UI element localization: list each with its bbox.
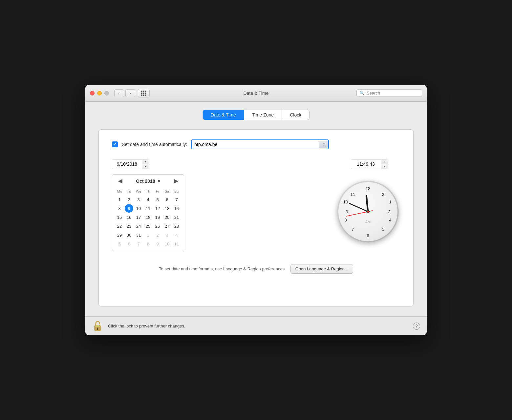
table-row[interactable]: 24: [134, 222, 143, 230]
table-row[interactable]: 8: [115, 204, 124, 213]
table-row[interactable]: 10: [134, 204, 143, 213]
table-row[interactable]: 27: [163, 222, 171, 230]
main-content: 9/10/2018 ▲ ▼ ◀ Oct 2018: [112, 159, 400, 251]
table-row[interactable]: 20: [163, 213, 171, 221]
table-row[interactable]: 25: [144, 222, 152, 230]
grid-view-button[interactable]: [138, 89, 150, 97]
table-row[interactable]: 19: [153, 213, 162, 221]
date-stepper[interactable]: 9/10/2018 ▲ ▼: [112, 159, 149, 169]
table-row[interactable]: 6: [163, 195, 171, 204]
calendar: ◀ Oct 2018 ▶ Mo Tu We: [112, 174, 184, 251]
calendar-grid: Mo Tu We Th Fr Sa Su 1 2: [112, 187, 184, 251]
time-stepper[interactable]: 11:49:43 ▲ ▼: [351, 159, 388, 169]
svg-text:3: 3: [388, 209, 390, 214]
grid-icon: [141, 91, 146, 96]
forward-button[interactable]: ›: [125, 89, 135, 97]
table-row[interactable]: 2: [125, 195, 133, 204]
tabs-group: Date & Time Time Zone Clock: [203, 110, 309, 120]
cal-month-year: Oct 2018: [136, 178, 160, 184]
table-row[interactable]: 4: [144, 195, 152, 204]
left-side: 9/10/2018 ▲ ▼ ◀ Oct 2018: [112, 159, 319, 251]
svg-text:1: 1: [389, 200, 391, 204]
help-button[interactable]: ?: [413, 323, 420, 330]
back-button[interactable]: ‹: [114, 89, 124, 97]
open-language-region-button[interactable]: Open Language & Region...: [290, 264, 353, 274]
date-increment-button[interactable]: ▲: [142, 159, 149, 164]
search-box[interactable]: 🔍: [356, 89, 422, 97]
table-row[interactable]: 11: [144, 204, 152, 213]
ntp-dropdown-arrow[interactable]: [319, 141, 328, 148]
table-row[interactable]: 30: [125, 231, 133, 239]
auto-time-checkbox[interactable]: ✓: [112, 141, 118, 147]
content-area: Date & Time Time Zone Clock ✓ Set date a…: [85, 102, 427, 316]
svg-text:4: 4: [389, 218, 391, 222]
cal-selected-day[interactable]: 9: [125, 204, 133, 213]
table-row[interactable]: 4: [172, 231, 181, 239]
time-decrement-button[interactable]: ▼: [381, 164, 388, 169]
table-row[interactable]: 2: [153, 231, 162, 239]
maximize-button[interactable]: [104, 91, 109, 95]
lock-icon[interactable]: 🔓: [92, 321, 103, 331]
table-row[interactable]: 7: [134, 240, 143, 248]
forward-icon: ›: [130, 91, 131, 95]
ntp-server-input[interactable]: [192, 140, 319, 149]
date-decrement-button[interactable]: ▼: [142, 164, 149, 169]
search-input[interactable]: [367, 91, 419, 95]
svg-text:AM: AM: [365, 220, 371, 224]
table-row[interactable]: 5: [153, 195, 162, 204]
time-increment-button[interactable]: ▲: [381, 159, 388, 164]
search-icon: 🔍: [359, 91, 365, 95]
table-row[interactable]: 7: [172, 195, 181, 204]
table-row[interactable]: 14: [172, 204, 181, 213]
auto-time-row: ✓ Set date and time automatically:: [112, 139, 400, 149]
tab-clock[interactable]: Clock: [282, 110, 309, 120]
table-row[interactable]: 11: [172, 240, 181, 248]
tab-date-time[interactable]: Date & Time: [203, 110, 244, 120]
main-window: ‹ › Date & Time 🔍 Date & Time Time Zone: [85, 85, 427, 335]
table-row[interactable]: 9: [153, 240, 162, 248]
cal-next-button[interactable]: ▶: [172, 177, 180, 185]
date-stepper-buttons: ▲ ▼: [142, 159, 149, 169]
table-row[interactable]: 1: [115, 195, 124, 204]
cal-dow: Mo Tu We Th Fr Sa Su: [115, 189, 181, 194]
svg-text:9: 9: [346, 209, 348, 214]
table-row[interactable]: 17: [134, 213, 143, 221]
table-row[interactable]: 6: [125, 240, 133, 248]
tab-time-zone[interactable]: Time Zone: [244, 110, 282, 120]
table-row[interactable]: 23: [125, 222, 133, 230]
table-row[interactable]: 12: [153, 204, 162, 213]
svg-text:8: 8: [344, 218, 347, 222]
lock-text: Click the lock to prevent further change…: [108, 324, 408, 328]
table-row[interactable]: 21: [172, 213, 181, 221]
table-row[interactable]: 31: [134, 231, 143, 239]
table-row[interactable]: 26: [153, 222, 162, 230]
table-row[interactable]: 5: [115, 240, 124, 248]
table-row[interactable]: 16: [125, 213, 133, 221]
table-row[interactable]: 15: [115, 213, 124, 221]
table-row[interactable]: 13: [163, 204, 171, 213]
chevron-up-down-icon: [322, 142, 326, 146]
table-row[interactable]: 18: [144, 213, 152, 221]
cal-today-dot: [158, 180, 160, 182]
right-side: 11:49:43 ▲ ▼: [338, 159, 400, 244]
table-row[interactable]: 28: [172, 222, 181, 230]
svg-text:7: 7: [352, 227, 354, 232]
minimize-button[interactable]: [97, 91, 102, 95]
table-row[interactable]: 22: [115, 222, 124, 230]
clock-face: 12 3 6 9 2 1 4 5 7 8 10: [338, 182, 397, 241]
svg-text:12: 12: [366, 186, 370, 191]
table-row[interactable]: 8: [144, 240, 152, 248]
checkmark-icon: ✓: [113, 142, 117, 147]
close-button[interactable]: [90, 91, 95, 95]
footer-text: To set date and time formats, use Langua…: [159, 266, 286, 271]
table-row[interactable]: 10: [163, 240, 171, 248]
cal-month-year-label: Oct 2018: [136, 178, 155, 184]
traffic-lights: [90, 91, 109, 95]
table-row[interactable]: 3: [163, 231, 171, 239]
table-row[interactable]: 1: [144, 231, 152, 239]
table-row[interactable]: 3: [134, 195, 143, 204]
lock-bar: 🔓 Click the lock to prevent further chan…: [85, 316, 427, 335]
ntp-input-container[interactable]: [191, 139, 329, 149]
table-row[interactable]: 29: [115, 231, 124, 239]
cal-prev-button[interactable]: ◀: [116, 177, 124, 185]
